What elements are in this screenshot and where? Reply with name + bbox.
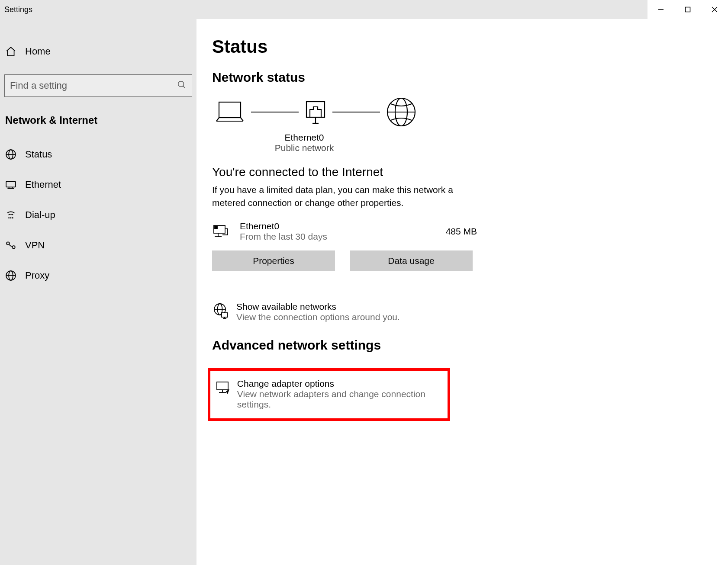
vpn-icon [5,240,20,251]
sidebar-item-label: VPN [25,240,45,251]
connected-description: If you have a limited data plan, you can… [212,183,480,210]
close-button[interactable] [701,0,728,19]
show-networks-title: Show available networks [236,302,400,312]
sidebar-item-status[interactable]: Status [0,139,196,170]
ethernet-port-icon [304,99,327,125]
page-title: Status [212,36,728,57]
svg-rect-35 [222,313,228,317]
minimize-button[interactable] [647,0,674,19]
sidebar-item-label: Dial-up [25,209,55,221]
sidebar-item-vpn[interactable]: VPN [0,230,196,260]
window-controls [647,0,728,19]
adapter-icon [215,379,235,397]
svg-point-4 [178,81,184,87]
svg-point-14 [10,218,11,218]
ethernet-icon [5,179,20,190]
diagram-connection-type: Public network [209,143,400,153]
search-icon [177,80,187,91]
data-usage-button-label: Data usage [388,256,434,266]
search-box[interactable] [4,74,192,97]
diagram-connection-name: Ethernet0 [209,132,400,143]
globe-large-icon [385,96,417,128]
svg-line-5 [183,86,185,88]
show-networks-link[interactable]: Show available networks View the connect… [212,302,480,322]
properties-button[interactable]: Properties [212,250,335,271]
svg-rect-29 [215,226,217,229]
network-diagram [212,96,728,128]
connected-heading: You're connected to the Internet [212,165,728,179]
sidebar-item-proxy[interactable]: Proxy [0,260,196,291]
window-title: Settings [4,5,32,14]
change-adapter-link[interactable]: Change adapter options View network adap… [215,379,443,410]
data-usage-button[interactable]: Data usage [350,250,473,271]
proxy-icon [5,270,20,281]
sidebar-section-heading: Network & Internet [0,110,196,139]
svg-point-13 [9,218,9,218]
titlebar: Settings [0,0,728,19]
sidebar-item-label: Status [25,149,52,160]
globe-icon [5,149,20,160]
network-status-heading: Network status [212,70,728,85]
show-networks-sub: View the connection options around you. [236,312,400,322]
home-label: Home [25,46,51,57]
svg-rect-1 [686,7,690,12]
highlight-box: Change adapter options View network adap… [208,368,450,421]
usage-row: Ethernet0 From the last 30 days 485 MB [212,221,477,242]
usage-amount: 485 MB [446,226,477,237]
advanced-heading: Advanced network settings [212,338,728,353]
globe-monitor-icon [212,302,234,320]
usage-connection-name: Ethernet0 [240,221,446,231]
home-icon [5,46,20,57]
sidebar: Home Network & Internet [0,19,196,565]
svg-rect-9 [6,181,16,187]
sidebar-item-label: Proxy [25,270,49,281]
svg-point-15 [13,218,13,218]
content: Status Network status [196,19,728,565]
usage-period: From the last 30 days [240,231,446,242]
sidebar-item-label: Ethernet [25,179,61,190]
sidebar-item-dialup[interactable]: Dial-up [0,200,196,230]
sidebar-item-ethernet[interactable]: Ethernet [0,170,196,200]
search-input[interactable] [10,80,177,91]
svg-rect-21 [219,102,241,118]
change-adapter-sub: View network adapters and change connect… [237,389,443,410]
maximize-button[interactable] [674,0,701,19]
home-button[interactable]: Home [0,36,196,67]
svg-rect-38 [217,382,228,390]
network-card-icon [212,223,234,240]
svg-rect-22 [306,102,325,117]
change-adapter-title: Change adapter options [237,379,443,389]
dialup-icon [5,209,20,221]
laptop-icon [214,100,246,125]
properties-button-label: Properties [253,256,294,266]
